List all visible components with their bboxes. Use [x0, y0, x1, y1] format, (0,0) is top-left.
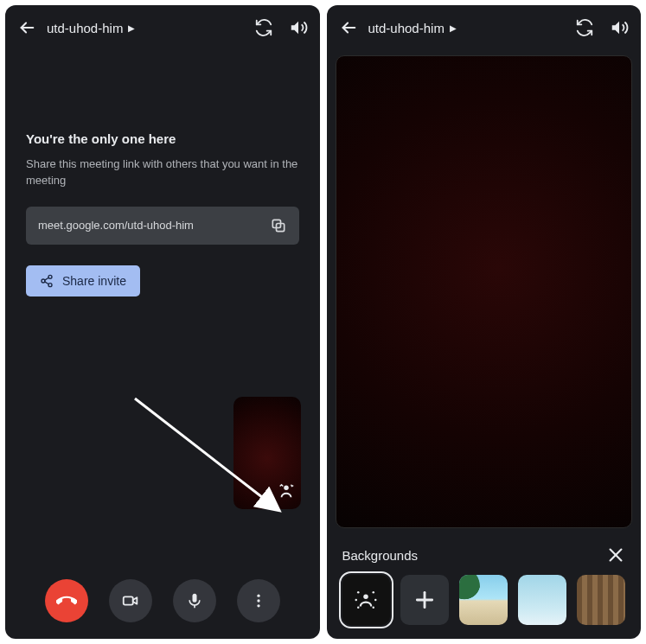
- hangup-button[interactable]: [45, 579, 88, 622]
- meeting-link-row: meet.google.com/utd-uhod-him: [26, 207, 299, 245]
- svg-point-8: [284, 486, 289, 491]
- background-options: [342, 575, 626, 625]
- main-video-area[interactable]: [336, 55, 633, 528]
- mic-toggle-button[interactable]: [173, 579, 216, 622]
- switch-camera-icon[interactable]: [254, 18, 273, 37]
- top-icons: [575, 18, 629, 37]
- only-one-title: You're the only one here: [26, 131, 299, 146]
- meeting-id[interactable]: utd-uhod-him ▶: [47, 21, 244, 35]
- more-options-button[interactable]: [237, 579, 280, 622]
- svg-line-6: [45, 277, 49, 280]
- speaker-icon[interactable]: [610, 18, 629, 37]
- backgrounds-title: Backgrounds: [342, 548, 419, 563]
- meeting-link-text: meet.google.com/utd-uhod-him: [38, 219, 194, 232]
- svg-line-7: [45, 282, 49, 284]
- close-panel-button[interactable]: [606, 545, 625, 564]
- svg-point-18: [364, 595, 369, 600]
- speaker-icon[interactable]: [289, 18, 308, 37]
- back-button[interactable]: [339, 18, 358, 37]
- svg-rect-10: [124, 596, 133, 604]
- self-view[interactable]: [233, 397, 301, 509]
- background-option-add[interactable]: [400, 575, 449, 625]
- plus-icon: [413, 589, 436, 611]
- background-option-blur[interactable]: [342, 575, 391, 625]
- svg-point-12: [257, 595, 259, 597]
- sub-text: Share this meeting link with others that…: [26, 156, 299, 189]
- switch-camera-icon[interactable]: [575, 18, 594, 37]
- svg-point-20: [373, 591, 375, 594]
- blur-icon: [353, 587, 379, 613]
- svg-point-22: [374, 599, 377, 602]
- meeting-screen-right: utd-uhod-him ▶ Backgrounds: [327, 5, 642, 639]
- svg-point-24: [373, 607, 375, 609]
- info-block: You're the only one here Share this meet…: [5, 111, 320, 296]
- top-icons: [254, 18, 308, 37]
- meeting-id[interactable]: utd-uhod-him ▶: [368, 21, 566, 35]
- backgrounds-header: Backgrounds: [342, 545, 626, 564]
- back-button[interactable]: [17, 18, 36, 37]
- svg-point-14: [257, 604, 259, 607]
- share-icon: [40, 274, 54, 288]
- top-bar: utd-uhod-him ▶: [327, 5, 642, 50]
- copy-link-button[interactable]: [270, 217, 287, 234]
- svg-point-19: [357, 591, 360, 594]
- share-invite-label: Share invite: [62, 274, 126, 288]
- meeting-screen-left: utd-uhod-him ▶ You're the only one here …: [5, 5, 320, 639]
- chevron-right-icon: ▶: [450, 23, 457, 33]
- svg-point-21: [355, 599, 358, 602]
- svg-point-23: [357, 607, 360, 609]
- background-option-sky[interactable]: [518, 575, 566, 625]
- background-option-bookshelf[interactable]: [577, 575, 625, 625]
- meeting-id-text: utd-uhod-him: [47, 21, 123, 35]
- call-controls: [5, 563, 320, 639]
- svg-point-13: [257, 599, 259, 602]
- effects-icon[interactable]: [277, 481, 296, 504]
- camera-toggle-button[interactable]: [109, 579, 152, 622]
- meeting-id-text: utd-uhod-him: [368, 21, 445, 35]
- background-option-beach[interactable]: [459, 575, 508, 625]
- top-bar: utd-uhod-him ▶: [5, 5, 320, 50]
- backgrounds-panel: Backgrounds: [327, 537, 642, 639]
- chevron-right-icon: ▶: [128, 23, 135, 33]
- share-invite-button[interactable]: Share invite: [26, 265, 140, 296]
